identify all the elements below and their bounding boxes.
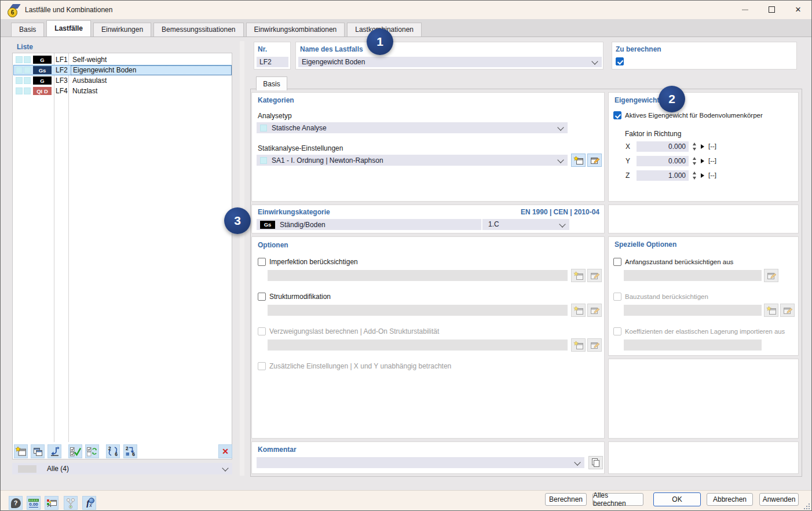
edit-window-icon — [590, 306, 600, 315]
minimize-button[interactable] — [731, 1, 758, 19]
copy-comment-button[interactable] — [588, 456, 603, 469]
ok-button[interactable]: OK — [653, 492, 701, 506]
subtab-basis[interactable]: Basis — [256, 76, 287, 90]
tab-einwirkungen[interactable]: Einwirkungen — [93, 23, 151, 36]
standard-label: EN 1990 | CEN | 2010-04 — [521, 208, 599, 216]
color-swatch — [16, 87, 23, 94]
load-case-name: Ausbaulast — [71, 76, 232, 85]
factor-z-detail-arrow[interactable] — [701, 173, 704, 178]
insert-load-case-button[interactable] — [47, 444, 61, 458]
koeffizienten-input — [624, 340, 762, 351]
new-imperfektion-button[interactable] — [571, 269, 586, 282]
new-analysis-settings-button[interactable] — [571, 154, 586, 167]
maximize-button[interactable] — [758, 1, 785, 19]
blank-panel — [608, 205, 799, 233]
list-item-lf3[interactable]: G LF3 Ausbaulast — [13, 75, 232, 86]
strukturmodifikation-label: Strukturmodifikation — [269, 293, 331, 301]
edit-analysis-settings-button[interactable] — [587, 154, 602, 167]
load-case-list: G LF1 Self-weight Gs LF2 Eigengewicht Bo… — [12, 53, 232, 459]
list-item-lf4[interactable]: QI D LF4 Nutzlast — [13, 86, 232, 96]
edit-strukturmodifikation-button[interactable] — [587, 304, 602, 317]
faktor-richtung-label: Faktor in Richtung — [625, 130, 681, 138]
anwenden-button[interactable]: Anwenden — [759, 493, 799, 506]
color-swatch — [24, 87, 31, 94]
nr-field[interactable]: LF2 — [257, 57, 288, 67]
strukturmodifikation-checkbox[interactable] — [258, 293, 266, 301]
renumber-selected-button[interactable]: 2 6 — [123, 444, 137, 458]
load-case-name: Nutzlast — [71, 87, 232, 96]
factor-y-spinner[interactable] — [692, 156, 697, 166]
load-case-id: LF2 — [56, 66, 68, 74]
berechnen-button[interactable]: Berechnen — [545, 493, 587, 506]
globe-icon — [89, 498, 94, 503]
tab-lastfaelle[interactable]: Lastfälle — [46, 20, 91, 36]
tab-bemessungssituationen[interactable]: Bemessungssituationen — [153, 23, 243, 36]
imperfektion-checkbox[interactable] — [258, 258, 266, 266]
factor-z-field[interactable]: 1.000 — [637, 170, 689, 181]
edit-bauzustand-button — [780, 304, 795, 317]
tab-basis[interactable]: Basis — [11, 23, 44, 36]
formula-button[interactable]: f x — [82, 496, 96, 510]
imperfektion-input — [268, 270, 568, 281]
analysetyp-label: Analysetyp — [258, 112, 292, 120]
edit-window-icon — [590, 271, 600, 280]
chevron-down-icon — [557, 156, 564, 163]
tools-button[interactable] — [64, 496, 78, 510]
factor-x-detail-arrow[interactable] — [701, 144, 704, 149]
color-swatch — [260, 125, 267, 132]
edit-imperfektion-button[interactable] — [587, 269, 602, 282]
name-dropdown[interactable]: Eigengewicht Boden — [298, 57, 602, 67]
kommentar-panel: Kommentar — [251, 441, 605, 474]
display-settings-button[interactable] — [45, 496, 58, 510]
alles-berechnen-button[interactable]: Alles berechnen — [592, 493, 643, 506]
resize-grip[interactable] — [804, 503, 810, 509]
anfangszustand-checkbox[interactable] — [613, 258, 621, 266]
abbrechen-button[interactable]: Abbrechen — [707, 493, 753, 506]
wishbone-tool-icon — [65, 498, 76, 509]
zusaetzliche-einstellungen-label: Zusätzliche Einstellungen | X und Y unab… — [269, 362, 451, 370]
renumber-button[interactable]: 2 6 — [106, 444, 120, 458]
eigengewicht-header: Eigengewicht — [615, 96, 659, 104]
calc-checkbox[interactable] — [616, 57, 624, 65]
delete-load-case-button[interactable]: ✕ — [218, 444, 232, 458]
new-strukturmodifikation-button[interactable] — [571, 304, 586, 317]
factor-x-spinner[interactable] — [692, 142, 697, 151]
splitter[interactable] — [240, 41, 244, 476]
factor-z-spinner[interactable] — [692, 171, 697, 180]
tab-einwirkungskombinationen[interactable]: Einwirkungskombinationen — [246, 23, 345, 36]
factor-x-field[interactable]: 0.000 — [637, 141, 689, 152]
einwirkungskategorie-dropdown[interactable]: Gs Ständig/Boden 1.C — [257, 219, 569, 230]
dropdown-divider — [481, 219, 482, 230]
axis-x-label: X — [626, 143, 630, 151]
invert-selection-button[interactable] — [85, 444, 99, 458]
close-button[interactable]: ✕ — [785, 1, 811, 19]
copy-load-case-button[interactable] — [31, 444, 45, 458]
logo-number: 6 — [8, 8, 17, 17]
load-case-id: LF3 — [56, 76, 68, 85]
statikanalyse-dropdown[interactable]: SA1 - I. Ordnung | Newton-Raphson — [257, 155, 568, 166]
category-badge: QI D — [33, 87, 52, 95]
aktives-eigengewicht-checkbox[interactable] — [613, 111, 621, 119]
load-case-id: LF4 — [56, 87, 68, 95]
list-item-lf1[interactable]: G LF1 Self-weight — [13, 54, 232, 65]
list-item-lf2-selected[interactable]: Gs LF2 Eigengewicht Boden — [13, 65, 232, 75]
category-badge: Gs — [33, 66, 52, 74]
factor-y-field[interactable]: 0.000 — [637, 156, 689, 166]
color-swatch — [16, 77, 23, 84]
new-window-star-icon — [573, 271, 584, 280]
category-badge: Gs — [260, 221, 275, 229]
units-settings-button[interactable]: 0.00 — [27, 496, 41, 510]
list-filter-dropdown[interactable]: Alle (4) — [12, 463, 232, 475]
new-window-star-icon — [573, 156, 584, 165]
load-case-name: Eigengewicht Boden — [71, 65, 232, 75]
check-all-button[interactable] — [68, 444, 82, 458]
edit-anfangszustand-button[interactable] — [764, 269, 778, 282]
analysetyp-dropdown[interactable]: Statische Analyse — [257, 122, 568, 133]
invert-check-icon — [86, 447, 98, 457]
kommentar-dropdown[interactable] — [257, 457, 584, 468]
new-load-case-button[interactable] — [14, 444, 28, 458]
color-swatch — [24, 67, 31, 74]
help-button[interactable]: ? — [9, 496, 23, 510]
load-case-name: Self-weight — [71, 56, 232, 64]
factor-y-detail-arrow[interactable] — [701, 159, 704, 163]
